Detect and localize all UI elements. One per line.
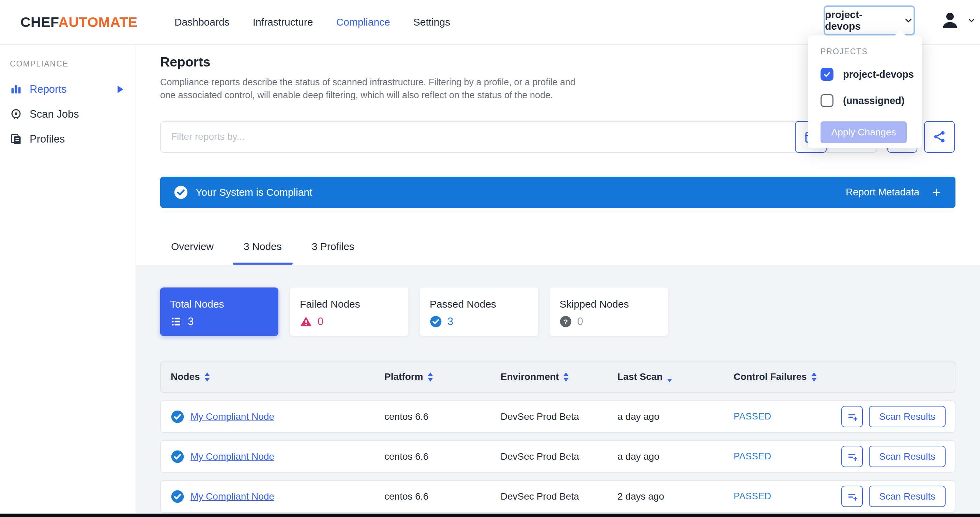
- nav-infrastructure[interactable]: Infrastructure: [253, 16, 313, 28]
- list-plus-icon: [846, 451, 858, 463]
- environment-cell: DevSec Prod Beta: [501, 451, 617, 462]
- stat-value: 0: [318, 316, 323, 328]
- nav-compliance[interactable]: Compliance: [336, 16, 390, 28]
- node-link[interactable]: My Compliant Node: [191, 451, 274, 462]
- column-header-control-failures[interactable]: Control Failures: [733, 372, 946, 382]
- environment-cell: DevSec Prod Beta: [501, 491, 617, 502]
- stat-label: Passed Nodes: [430, 298, 538, 310]
- table-row: My Compliant Node centos 6.6 DevSec Prod…: [160, 440, 956, 473]
- scan-results-button[interactable]: Scan Results: [869, 446, 946, 467]
- column-label: Nodes: [171, 372, 200, 382]
- sort-icons: [428, 372, 433, 381]
- apply-changes-button[interactable]: Apply Changes: [821, 121, 907, 143]
- chef-automate-app: CHEFAUTOMATE Dashboards Infrastructure C…: [0, 0, 980, 517]
- scan-results-button[interactable]: Scan Results: [869, 406, 946, 427]
- sort-icons: [563, 372, 568, 381]
- user-menu[interactable]: [940, 10, 976, 32]
- sidebar-item-reports[interactable]: Reports: [10, 77, 127, 102]
- list-plus-icon: [846, 491, 858, 502]
- bottom-edge-bar: [0, 514, 980, 517]
- unassigned-checkbox[interactable]: [821, 94, 834, 107]
- status-badge: PASSED: [733, 491, 772, 502]
- nav-settings[interactable]: Settings: [413, 16, 450, 28]
- scan-results-button[interactable]: Scan Results: [869, 486, 946, 507]
- check-circle-icon: [430, 316, 442, 328]
- sort-desc-icon: [667, 372, 672, 382]
- user-avatar-icon: [940, 10, 960, 32]
- last-scan-cell: a day ago: [617, 451, 733, 462]
- add-filter-button[interactable]: [841, 406, 863, 427]
- sort-icons: [812, 372, 816, 381]
- project-option-devops: project-devops: [821, 66, 922, 83]
- column-header-environment[interactable]: Environment: [501, 372, 617, 382]
- report-tabs: Overview 3 Nodes 3 Profiles: [160, 236, 956, 265]
- last-scan-cell: 2 days ago: [617, 491, 733, 502]
- project-option-label: (unassigned): [843, 95, 904, 106]
- sidebar-item-label: Reports: [30, 83, 67, 96]
- check-icon: [822, 70, 831, 79]
- project-option-label: project-devops: [843, 69, 914, 80]
- check-circle-icon: [171, 410, 185, 424]
- documents-icon: [10, 133, 22, 145]
- main-nav: Dashboards Infrastructure Compliance Set…: [175, 16, 450, 28]
- radar-icon: [10, 108, 22, 120]
- stat-card-total-nodes[interactable]: Total Nodes 3: [160, 287, 278, 336]
- report-metadata-toggle[interactable]: Report Metadata: [846, 187, 942, 198]
- nodes-section: Total Nodes 3 Failed Nodes 0 Passed Node…: [136, 265, 980, 517]
- project-option-unassigned: (unassigned): [821, 93, 922, 109]
- check-circle-icon: [174, 185, 188, 199]
- sidebar-item-label: Scan Jobs: [30, 108, 79, 120]
- project-selector-value: project-devops: [825, 9, 898, 32]
- nav-dashboards[interactable]: Dashboards: [175, 16, 230, 28]
- question-circle-icon: ?: [560, 316, 572, 328]
- column-header-nodes[interactable]: Nodes: [171, 372, 384, 382]
- stat-label: Failed Nodes: [300, 298, 408, 310]
- add-filter-button[interactable]: [841, 486, 863, 507]
- status-badge: PASSED: [733, 451, 772, 462]
- filter-reports-input[interactable]: [160, 121, 877, 153]
- platform-cell: centos 6.6: [384, 451, 501, 462]
- tab-overview[interactable]: Overview: [160, 236, 224, 265]
- nodes-table: Nodes Platform Environment Last Scan: [160, 361, 956, 512]
- last-scan-cell: a day ago: [617, 411, 733, 422]
- sidebar-item-profiles[interactable]: Profiles: [10, 126, 127, 152]
- node-link[interactable]: My Compliant Node: [191, 411, 274, 422]
- column-label: Environment: [501, 372, 559, 382]
- projects-dropdown-heading: PROJECTS: [821, 47, 922, 56]
- banner-message: Your System is Compliant: [196, 187, 312, 198]
- table-row: My Compliant Node centos 6.6 DevSec Prod…: [160, 401, 956, 433]
- sidebar-item-label: Profiles: [30, 133, 65, 145]
- tab-profiles[interactable]: 3 Profiles: [301, 236, 365, 265]
- tab-nodes[interactable]: 3 Nodes: [233, 236, 293, 265]
- sidebar-section-label: COMPLIANCE: [10, 59, 135, 69]
- project-devops-checkbox[interactable]: [821, 68, 834, 81]
- share-button[interactable]: [924, 121, 955, 153]
- list-icon: [170, 316, 182, 328]
- column-label: Platform: [384, 372, 423, 382]
- stat-value: 0: [577, 316, 583, 328]
- stat-card-skipped-nodes[interactable]: Skipped Nodes ? 0: [550, 287, 668, 336]
- add-filter-button[interactable]: [841, 446, 863, 467]
- brand-logo[interactable]: CHEFAUTOMATE: [21, 14, 138, 30]
- stat-label: Total Nodes: [170, 298, 278, 310]
- check-circle-icon: [171, 450, 185, 463]
- sidebar: COMPLIANCE Reports Scan Jobs Profiles: [0, 45, 136, 517]
- column-header-platform[interactable]: Platform: [384, 372, 501, 382]
- stat-card-passed-nodes[interactable]: Passed Nodes 3: [420, 287, 538, 336]
- node-link[interactable]: My Compliant Node: [191, 491, 274, 502]
- list-plus-icon: [846, 411, 858, 423]
- node-stat-cards: Total Nodes 3 Failed Nodes 0 Passed Node…: [160, 287, 956, 336]
- stat-label: Skipped Nodes: [560, 298, 668, 310]
- report-metadata-label: Report Metadata: [846, 187, 920, 198]
- projects-dropdown: PROJECTS project-devops (unassigned) App…: [808, 35, 922, 148]
- page-description: Compliance reports describe the status o…: [160, 76, 586, 102]
- platform-cell: centos 6.6: [384, 491, 501, 502]
- column-label: Control Failures: [733, 372, 807, 382]
- column-header-last-scan[interactable]: Last Scan: [617, 372, 733, 382]
- sidebar-item-scan-jobs[interactable]: Scan Jobs: [10, 102, 127, 126]
- stat-card-failed-nodes[interactable]: Failed Nodes 0: [290, 287, 408, 336]
- compliance-status-banner: Your System is Compliant Report Metadata: [160, 177, 956, 208]
- check-circle-icon: [171, 490, 185, 503]
- table-row: My Compliant Node centos 6.6 DevSec Prod…: [160, 480, 956, 512]
- sort-icons: [205, 372, 210, 381]
